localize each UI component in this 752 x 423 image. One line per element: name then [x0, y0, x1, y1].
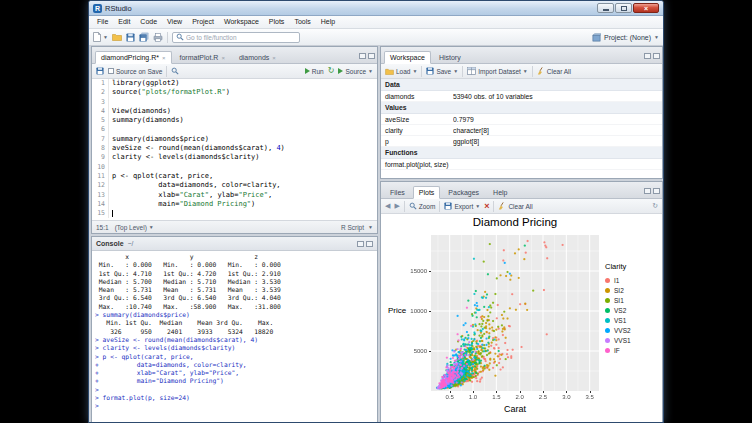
pane-minimize-icon[interactable]	[644, 188, 651, 194]
tab-files[interactable]: Files	[384, 186, 411, 199]
code-token: aveSize <- round(mean(diamonds$carat),	[112, 144, 276, 152]
legend-key-dot	[605, 348, 610, 353]
scope-label: (Top Level)	[115, 224, 147, 231]
export-icon	[444, 202, 452, 210]
tab-label: History	[439, 54, 461, 61]
menu-item-file[interactable]: File	[92, 16, 113, 28]
clear-plots-button[interactable]: Clear All	[498, 202, 532, 210]
tab-close-icon[interactable]: ×	[221, 55, 225, 61]
tab-label: diamonds	[239, 54, 269, 61]
tab-close-icon[interactable]: ×	[162, 55, 166, 61]
goto-file-input[interactable]	[186, 34, 296, 41]
legend-key-dot	[605, 338, 610, 343]
x-axis-label: Carat	[431, 404, 599, 414]
save-button[interactable]	[126, 33, 135, 42]
console-line: x y z	[95, 253, 374, 261]
save-workspace-button[interactable]: Save ▼	[426, 67, 458, 75]
tab-plots[interactable]: Plots	[413, 186, 441, 199]
chevron-down-icon: ▼	[654, 34, 659, 40]
menu-item-tools[interactable]: Tools	[289, 16, 315, 28]
tab-history[interactable]: History	[433, 51, 467, 64]
menu-item-project[interactable]: Project	[187, 16, 219, 28]
project-selector[interactable]: Project: (None) ▼	[592, 33, 659, 42]
project-cube-icon	[592, 33, 601, 42]
export-plot-button[interactable]: Export ▼	[444, 202, 480, 210]
title-bar[interactable]: R RStudio ×	[89, 1, 663, 16]
code-text: aveSize <- round(mean(diamonds$carat), 4…	[109, 144, 285, 153]
menu-item-plots[interactable]: Plots	[264, 16, 290, 28]
close-button[interactable]: ×	[633, 3, 659, 13]
legend-item: VVS2	[605, 325, 661, 335]
tab-label: Plots	[419, 189, 435, 196]
project-label: Project: (None)	[604, 34, 651, 41]
menu-item-code[interactable]: Code	[135, 16, 162, 28]
console-output[interactable]: x y z Min. : 0.000 Min. : 0.000 Min. : 0…	[92, 251, 377, 423]
next-plot-button[interactable]: ▶	[394, 202, 399, 210]
run-button[interactable]: Run	[305, 68, 324, 75]
plots-tab-bar: FilesPlotsPackagesHelp	[381, 182, 662, 199]
tab-workspace[interactable]: Workspace	[384, 51, 431, 64]
clear-workspace-button[interactable]: Clear All	[537, 67, 571, 75]
menu-item-view[interactable]: View	[162, 16, 187, 28]
legend-key-dot	[605, 308, 610, 313]
code-line: 2source("plots/formatPlot.R")	[92, 88, 377, 97]
open-file-button[interactable]	[112, 33, 122, 41]
code-text: data=diamonds, color=clarity,	[109, 181, 281, 190]
console-header-icons	[357, 241, 373, 247]
menu-item-edit[interactable]: Edit	[113, 16, 135, 28]
workspace-object-row[interactable]: diamonds53940 obs. of 10 variables	[381, 91, 662, 102]
code-line: 14 main="Diamond Pricing")	[92, 200, 377, 209]
tab-diamonds[interactable]: diamonds×	[233, 51, 282, 64]
save-icon	[126, 33, 135, 42]
tab-diamondpricing-r-[interactable]: diamondPricing.R*×	[95, 51, 172, 64]
pane-minimize-icon[interactable]	[357, 241, 364, 247]
maximize-button[interactable]	[615, 3, 632, 13]
menu-item-workspace[interactable]: Workspace	[219, 16, 264, 28]
workspace-object-row[interactable]: pggplot[8]	[381, 136, 662, 147]
pane-maximize-icon[interactable]	[653, 53, 660, 59]
save-all-button[interactable]	[139, 32, 149, 42]
tab-packages[interactable]: Packages	[442, 186, 485, 199]
x-tick-label: 3.0	[559, 394, 573, 400]
workspace-object-row[interactable]: claritycharacter[8]	[381, 125, 662, 136]
rerun-button[interactable]: ↻	[328, 67, 335, 75]
zoom-plot-button[interactable]: Zoom	[409, 202, 436, 210]
scope-selector[interactable]: (Top Level) ▼	[115, 224, 154, 231]
filetype-selector[interactable]: R Script ▼	[341, 224, 373, 231]
tab-close-icon[interactable]: ×	[272, 55, 276, 61]
import-dataset-button[interactable]: Import Dataset ▼	[467, 67, 528, 75]
workspace-object-row[interactable]: format.plot(plot, size)	[381, 159, 662, 170]
workspace-object-list: Datadiamonds53940 obs. of 10 variablesVa…	[381, 79, 662, 178]
source-button[interactable]: Source ▼	[338, 68, 373, 75]
refresh-plots-button[interactable]: ↻	[652, 202, 658, 210]
workspace-object-row[interactable]: aveSize0.7979	[381, 114, 662, 125]
line-number: 7	[92, 135, 109, 144]
legend-label: VVS2	[614, 327, 631, 334]
pane-buttons	[644, 53, 660, 63]
object-value: 53940 obs. of 10 variables	[453, 91, 662, 101]
source-on-save-toggle[interactable]: Source on Save	[108, 68, 162, 75]
load-label: Load	[396, 68, 410, 75]
new-file-button[interactable]: ▼	[93, 32, 108, 42]
pane-minimize-icon[interactable]	[644, 53, 651, 59]
load-workspace-button[interactable]: Load ▼	[385, 68, 417, 75]
legend-item: VS2	[605, 305, 661, 315]
previous-plot-button[interactable]: ◀	[385, 202, 390, 210]
print-button[interactable]	[153, 33, 163, 42]
menu-item-help[interactable]: Help	[316, 16, 340, 28]
tab-formatplot-r[interactable]: formatPlot.R×	[174, 51, 231, 64]
code-editor[interactable]: 1library(ggplot2)2source("plots/formatPl…	[92, 79, 377, 220]
tab-help[interactable]: Help	[487, 186, 513, 199]
workspace-tab-bar: WorkspaceHistory	[381, 47, 662, 64]
pane-maximize-icon[interactable]	[366, 241, 373, 247]
pane-maximize-icon[interactable]	[368, 53, 375, 59]
pane-maximize-icon[interactable]	[653, 188, 660, 194]
source-save-button[interactable]	[96, 67, 104, 75]
code-token: summary(diamonds)	[112, 116, 184, 124]
remove-plot-button[interactable]: ×	[484, 202, 489, 210]
y-tick-mark	[429, 311, 431, 312]
legend-item: SI1	[605, 295, 661, 305]
find-replace-button[interactable]	[171, 67, 179, 75]
minimize-button[interactable]	[597, 3, 614, 13]
pane-minimize-icon[interactable]	[359, 53, 366, 59]
